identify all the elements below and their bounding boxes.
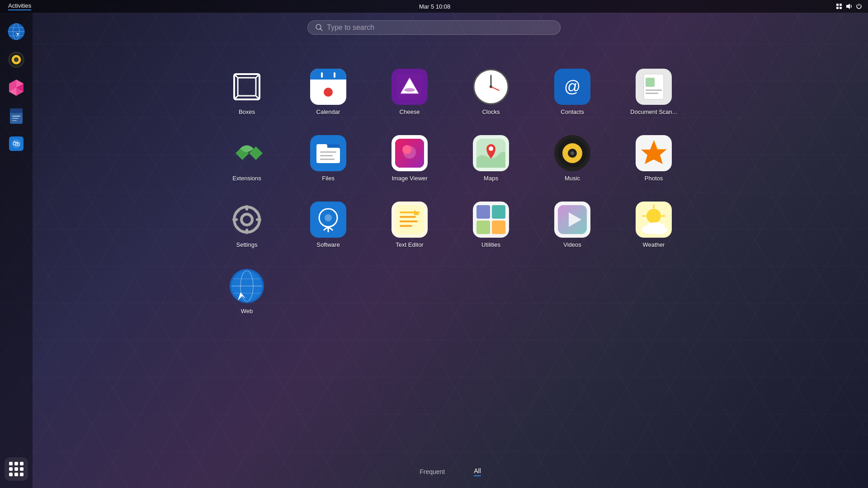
app-item-imageviewer[interactable]: Image Viewer <box>373 130 446 187</box>
svg-rect-22 <box>12 116 20 117</box>
app-icon-calendar <box>310 69 346 105</box>
grid-dots-icon <box>9 462 24 476</box>
app-icon-maps <box>473 135 509 171</box>
topbar: Activities Mar 5 10:08 <box>0 0 868 13</box>
app-item-software[interactable]: Software <box>292 196 364 253</box>
app-label-boxes: Boxes <box>239 108 255 115</box>
svg-rect-41 <box>321 72 323 78</box>
app-item-cheese[interactable]: Cheese <box>373 63 446 121</box>
svg-rect-98 <box>400 221 418 222</box>
svg-rect-0 <box>836 4 839 6</box>
app-item-settings[interactable]: Settings <box>211 196 283 253</box>
app-label-software: Software <box>316 241 340 248</box>
svg-point-93 <box>325 214 332 221</box>
svg-point-40 <box>324 88 333 97</box>
svg-rect-84 <box>232 218 238 221</box>
app-grid: Boxes Calendar Cheese Clocks @ Contacts <box>211 63 690 320</box>
svg-rect-64 <box>320 159 335 160</box>
app-label-videos: Videos <box>563 241 581 248</box>
app-label-calendar: Calendar <box>316 108 340 115</box>
svg-rect-102 <box>492 205 505 219</box>
svg-rect-61 <box>316 144 327 150</box>
app-label-music: Music <box>565 175 580 182</box>
app-item-texteditor[interactable]: Text Editor <box>373 196 446 253</box>
svg-point-72 <box>489 146 493 151</box>
app-label-cheese: Cheese <box>400 108 420 115</box>
app-icon-extensions <box>229 135 265 171</box>
datetime-label: Mar 5 10:08 <box>419 3 450 10</box>
app-icon-videos <box>554 202 590 238</box>
app-label-imageviewer: Image Viewer <box>392 175 427 182</box>
app-item-files[interactable]: Files <box>292 130 364 187</box>
activities-button[interactable]: Activities <box>5 1 34 11</box>
app-grid-container: Boxes Calendar Cheese Clocks @ Contacts <box>33 54 868 461</box>
svg-rect-3 <box>840 7 842 9</box>
svg-rect-97 <box>400 216 416 218</box>
app-icon-weather <box>636 202 672 238</box>
sidebar-item-speaker[interactable] <box>5 48 28 71</box>
sidebar-item-prism[interactable] <box>5 76 28 99</box>
svg-point-116 <box>651 225 667 235</box>
app-icon-docscan <box>636 69 672 105</box>
app-icon-web <box>229 268 265 304</box>
app-icon-settings <box>229 202 265 238</box>
app-item-boxes[interactable]: Boxes <box>211 63 283 121</box>
app-icon-files <box>310 135 346 171</box>
svg-rect-21 <box>10 108 23 113</box>
svg-rect-56 <box>646 93 658 94</box>
app-label-extensions: Extensions <box>232 175 261 182</box>
sidebar-item-store[interactable]: 🛍 <box>5 132 28 155</box>
app-label-utilities: Utilities <box>481 241 500 248</box>
app-item-utilities[interactable]: Utilities <box>455 196 527 253</box>
app-item-photos[interactable]: Photos <box>618 130 690 187</box>
app-label-web: Web <box>241 308 253 314</box>
svg-line-29 <box>321 29 323 31</box>
app-item-weather[interactable]: Weather <box>618 196 690 253</box>
svg-rect-101 <box>476 205 490 219</box>
app-icon-music <box>554 135 590 171</box>
svg-rect-1 <box>840 4 842 6</box>
svg-rect-95 <box>395 205 424 234</box>
app-item-contacts[interactable]: @ Contacts <box>536 63 609 121</box>
app-item-maps[interactable]: Maps <box>455 130 527 187</box>
app-label-contacts: Contacts <box>561 108 584 115</box>
svg-point-15 <box>15 59 17 61</box>
svg-point-69 <box>402 145 411 154</box>
app-label-weather: Weather <box>643 241 665 248</box>
app-item-extensions[interactable]: Extensions <box>211 130 283 187</box>
sidebar-item-web[interactable] <box>5 20 28 43</box>
network-icon <box>835 3 843 10</box>
search-icon <box>315 23 323 32</box>
app-item-docscan[interactable]: Document Scan... <box>618 63 690 121</box>
svg-rect-82 <box>245 205 248 211</box>
svg-point-45 <box>404 88 415 92</box>
search-bar <box>307 20 561 35</box>
app-label-texteditor: Text Editor <box>396 241 423 248</box>
svg-rect-63 <box>320 155 333 156</box>
app-item-videos[interactable]: Videos <box>536 196 609 253</box>
topbar-icons <box>835 3 863 10</box>
tab-all[interactable]: All <box>468 465 486 479</box>
app-icon-contacts: @ <box>554 69 590 105</box>
app-item-calendar[interactable]: Calendar <box>292 63 364 121</box>
svg-rect-42 <box>334 72 335 78</box>
sidebar-item-notes[interactable] <box>5 104 28 127</box>
app-icon-photos <box>636 135 672 171</box>
app-icon-boxes <box>229 69 265 105</box>
svg-point-109 <box>646 209 661 223</box>
power-icon[interactable] <box>855 3 863 10</box>
app-label-maps: Maps <box>484 175 498 182</box>
app-icon-cheese <box>392 69 428 105</box>
app-item-music[interactable]: Music <box>536 130 609 187</box>
bottom-tabs: Frequent All <box>33 465 868 479</box>
sidebar: 🛍 <box>0 13 33 488</box>
svg-point-77 <box>571 151 574 155</box>
app-item-web[interactable]: Web <box>211 263 283 320</box>
tab-frequent[interactable]: Frequent <box>414 465 450 479</box>
search-input[interactable] <box>327 23 553 32</box>
app-label-clocks: Clocks <box>482 108 500 115</box>
svg-rect-39 <box>310 74 346 80</box>
app-label-files: Files <box>322 175 334 182</box>
app-item-clocks[interactable]: Clocks <box>455 63 527 121</box>
sidebar-item-appgrid[interactable] <box>5 457 28 481</box>
